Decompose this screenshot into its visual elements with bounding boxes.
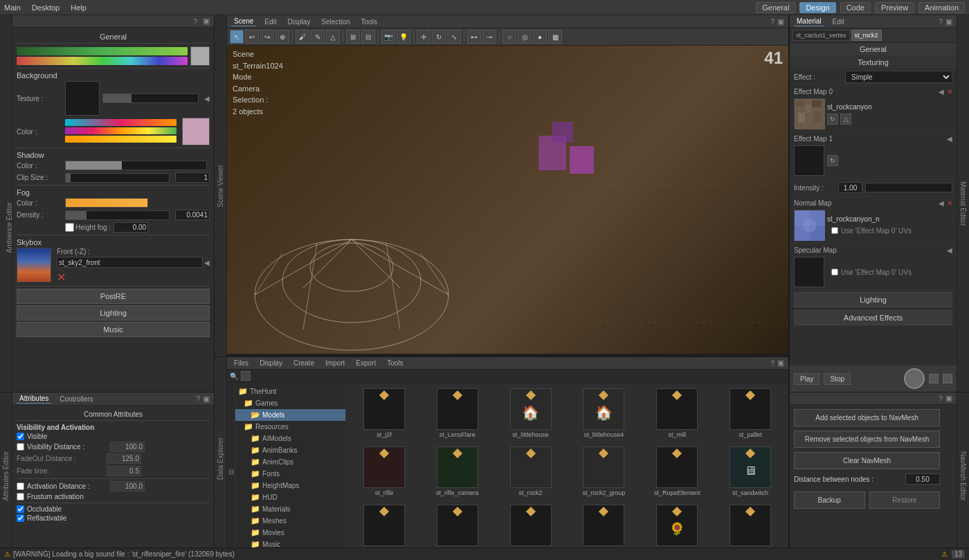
vis-distance-input[interactable] xyxy=(110,442,145,452)
scene-close-btn[interactable]: ▣ xyxy=(777,17,784,26)
fog-density-input[interactable] xyxy=(175,210,210,220)
asset-st_littlehouse4[interactable]: 🏠 st_littlehouse4 xyxy=(569,386,640,441)
intensity-input[interactable] xyxy=(838,182,862,193)
visible-checkbox[interactable] xyxy=(17,433,24,440)
mat-tab-material[interactable]: Material xyxy=(794,17,824,26)
de-create[interactable]: Create xyxy=(291,359,317,368)
toolbar-tex[interactable]: ▦ xyxy=(548,30,562,44)
toolbar-sphere[interactable]: ○ xyxy=(502,30,516,44)
playback-icon1[interactable] xyxy=(929,374,939,383)
de-nav-btn[interactable] xyxy=(241,371,251,381)
tab-attributes[interactable]: Attributes xyxy=(17,394,51,404)
de-display[interactable]: Display xyxy=(257,359,285,368)
folder-fonts[interactable]: 📁 Fonts xyxy=(235,468,345,480)
mat-close-btn[interactable]: ▣ xyxy=(945,17,952,26)
mat-rock-tab[interactable]: st_rock2 xyxy=(851,30,882,41)
folder-resources[interactable]: 📁 Resources xyxy=(235,421,345,433)
menu-main[interactable]: Main xyxy=(4,3,21,12)
navmesh-restore-btn[interactable]: Restore xyxy=(869,491,941,509)
asset-st_mill[interactable]: st_mill xyxy=(642,386,712,441)
vis-distance-checkbox[interactable] xyxy=(17,443,24,451)
stop-btn[interactable]: Stop xyxy=(824,373,851,385)
mat-map0-icon2[interactable]: △ xyxy=(840,114,851,125)
de-files[interactable]: Files xyxy=(231,359,251,368)
activation-input[interactable] xyxy=(110,481,145,491)
height-fog-input[interactable] xyxy=(114,222,148,233)
navmesh-remove-btn[interactable]: Remove selected objects from NavMesh xyxy=(794,431,940,448)
navmesh-clear-btn[interactable]: Clear NavMesh xyxy=(794,452,940,469)
color-swatch-bg[interactable] xyxy=(182,118,210,145)
asset-st_pallet[interactable]: st_pallet xyxy=(715,386,786,441)
toolbar-scale[interactable]: ⤡ xyxy=(447,30,461,44)
menu-help[interactable]: Help xyxy=(71,3,87,12)
navmesh-backup-btn[interactable]: Backup xyxy=(794,491,865,509)
fog-color-swatch[interactable] xyxy=(65,198,148,208)
toolbar-snap[interactable]: ⊷ xyxy=(467,30,481,44)
reflectable-checkbox[interactable] xyxy=(17,514,24,522)
navmesh-distance-input[interactable] xyxy=(905,473,940,485)
asset-st_lensflare[interactable]: st_LensFlare xyxy=(422,386,493,441)
scene-canvas[interactable]: Scene st_Terrain1024 Mode Camera Selecti… xyxy=(227,46,788,354)
tab-preview[interactable]: Preview xyxy=(875,2,914,13)
lighting-btn[interactable]: Lighting xyxy=(17,305,210,320)
navmesh-help-btn[interactable]: ? xyxy=(939,395,943,403)
tab-general[interactable]: General xyxy=(756,2,795,13)
tab-controllers[interactable]: Controllers xyxy=(57,395,96,404)
toolbar-cam[interactable]: 📷 xyxy=(381,30,395,44)
de-help-btn[interactable]: ? xyxy=(770,359,775,368)
de-close-btn[interactable]: ▣ xyxy=(777,359,784,368)
attr-close-btn[interactable]: ▣ xyxy=(203,395,210,404)
ambience-close-btn[interactable]: ▣ xyxy=(203,17,210,26)
postre-btn[interactable]: PostRE xyxy=(17,289,210,304)
scene-help-btn[interactable]: ? xyxy=(770,17,775,26)
mat-map0-delete[interactable]: ✕ xyxy=(947,88,952,96)
folder-animclips[interactable]: 📁 AnimClips xyxy=(235,456,345,468)
occludable-checkbox[interactable] xyxy=(17,505,24,513)
de-import[interactable]: Import xyxy=(323,359,347,368)
texture-preview[interactable] xyxy=(65,81,100,116)
mat-normal-delete[interactable]: ✕ xyxy=(947,199,952,207)
play-btn[interactable]: Play xyxy=(794,373,819,385)
toolbar-snap2[interactable]: ⊸ xyxy=(482,30,496,44)
ambience-help-btn[interactable]: ? xyxy=(193,17,197,26)
de-export[interactable]: Export xyxy=(353,359,379,368)
toolbar-grid2[interactable]: ⊟ xyxy=(361,30,375,44)
attr-help-btn[interactable]: ? xyxy=(196,395,200,403)
mat-tab-edit[interactable]: Edit xyxy=(830,17,847,26)
folder-games[interactable]: 📁 Games xyxy=(235,397,345,409)
toolbar-solid[interactable]: ● xyxy=(533,30,547,44)
use-specular-uvs-checkbox[interactable] xyxy=(831,269,838,276)
mat-map1-arrow[interactable]: ◀ xyxy=(947,135,952,143)
mat-lighting-btn[interactable]: Lighting xyxy=(794,292,952,307)
folder-heightmaps[interactable]: 📁 HeightMaps xyxy=(235,480,345,491)
fade-time-input[interactable] xyxy=(107,466,141,476)
folder-meshes[interactable]: 📁 Meshes xyxy=(235,515,345,527)
scene-menu-tools[interactable]: Tools xyxy=(359,17,380,26)
toolbar-wire[interactable]: ◎ xyxy=(518,30,532,44)
toolbar-brush[interactable]: ✎ xyxy=(311,30,325,44)
use-effect-uvs-checkbox[interactable] xyxy=(831,227,838,234)
mat-help-btn[interactable]: ? xyxy=(939,17,943,26)
folder-materials[interactable]: 📁 Materials xyxy=(235,503,345,515)
toolbar-grid[interactable]: ⊞ xyxy=(346,30,360,44)
toolbar-undo[interactable]: ↩ xyxy=(245,30,259,44)
height-fog-checkbox[interactable] xyxy=(65,223,74,232)
mat-map0-arrow[interactable]: ◀ xyxy=(939,88,944,96)
toolbar-paint[interactable]: 🖌 xyxy=(296,30,309,44)
folder-thehunt[interactable]: 📁 TheHunt xyxy=(235,386,345,397)
folder-movies[interactable]: 📁 Movies xyxy=(235,527,345,539)
asset-st_rock2[interactable]: st_rock2 xyxy=(496,444,566,499)
folder-aimodels[interactable]: 📁 AIModels xyxy=(235,433,345,444)
activation-checkbox[interactable] xyxy=(17,482,24,490)
asset-st_j2f[interactable]: st_j2f xyxy=(349,386,419,441)
mat-normal-arrow[interactable]: ◀ xyxy=(939,199,944,207)
de-tools[interactable]: Tools xyxy=(384,359,406,368)
mat-map1-icon1[interactable]: ↻ xyxy=(827,155,838,166)
frustum-checkbox[interactable] xyxy=(17,493,24,500)
skybox-name-input[interactable] xyxy=(57,257,203,268)
scene-menu-edit[interactable]: Edit xyxy=(262,17,279,26)
asset-st_rifle_camera[interactable]: st_rifle_camera xyxy=(422,444,493,499)
asset-st_rifle[interactable]: st_rifle xyxy=(349,444,419,499)
navmesh-close-btn[interactable]: ▣ xyxy=(945,394,952,403)
skybox-arrow[interactable]: ◀ xyxy=(204,259,210,267)
